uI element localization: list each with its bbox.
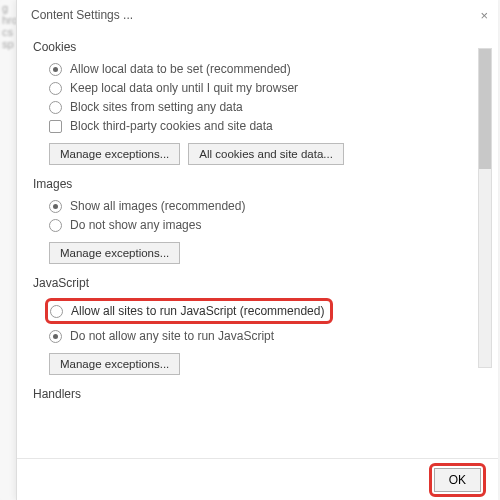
javascript-manage-exceptions-button[interactable]: Manage exceptions... (49, 353, 180, 375)
images-manage-exceptions-button[interactable]: Manage exceptions... (49, 242, 180, 264)
radio-icon (50, 305, 63, 318)
cookies-allow-local-radio[interactable]: Allow local data to be set (recommended) (49, 62, 468, 76)
cookies-block-all-label: Block sites from setting any data (70, 100, 243, 114)
cookies-button-row: Manage exceptions... All cookies and sit… (49, 143, 468, 165)
javascript-allow-all-radio[interactable]: Allow all sites to run JavaScript (recom… (45, 298, 333, 324)
dialog-footer: OK (17, 458, 498, 500)
radio-icon (49, 200, 62, 213)
cookies-keep-until-quit-radio[interactable]: Keep local data only until I quit my bro… (49, 81, 468, 95)
content-settings-dialog: Content Settings ... × Cookies Allow loc… (16, 0, 498, 500)
cookies-block-all-radio[interactable]: Block sites from setting any data (49, 100, 468, 114)
javascript-allow-all-label: Allow all sites to run JavaScript (recom… (71, 304, 324, 318)
radio-icon (49, 219, 62, 232)
section-images-heading: Images (33, 177, 468, 191)
images-button-row: Manage exceptions... (49, 242, 468, 264)
images-show-all-label: Show all images (recommended) (70, 199, 245, 213)
scrollbar[interactable] (478, 48, 492, 368)
cookies-block-third-party-label: Block third-party cookies and site data (70, 119, 273, 133)
scrollbar-thumb[interactable] (479, 49, 491, 169)
radio-icon (49, 330, 62, 343)
radio-icon (49, 101, 62, 114)
javascript-block-all-label: Do not allow any site to run JavaScript (70, 329, 274, 343)
cookies-all-cookies-button[interactable]: All cookies and site data... (188, 143, 344, 165)
dialog-body: Cookies Allow local data to be set (reco… (17, 28, 498, 458)
section-javascript-heading: JavaScript (33, 276, 468, 290)
images-do-not-show-radio[interactable]: Do not show any images (49, 218, 468, 232)
javascript-button-row: Manage exceptions... (49, 353, 468, 375)
cookies-keep-until-quit-label: Keep local data only until I quit my bro… (70, 81, 298, 95)
section-cookies-heading: Cookies (33, 40, 468, 54)
ok-button[interactable]: OK (434, 468, 481, 492)
images-do-not-show-label: Do not show any images (70, 218, 201, 232)
ok-highlight: OK (429, 463, 486, 497)
settings-content: Cookies Allow local data to be set (reco… (33, 28, 472, 458)
radio-icon (49, 82, 62, 95)
close-icon[interactable]: × (480, 8, 488, 23)
dialog-title: Content Settings ... (31, 8, 133, 22)
javascript-block-all-radio[interactable]: Do not allow any site to run JavaScript (49, 329, 468, 343)
images-show-all-radio[interactable]: Show all images (recommended) (49, 199, 468, 213)
checkbox-icon (49, 120, 62, 133)
cookies-manage-exceptions-button[interactable]: Manage exceptions... (49, 143, 180, 165)
dialog-titlebar: Content Settings ... × (17, 0, 498, 28)
radio-icon (49, 63, 62, 76)
section-handlers-heading: Handlers (33, 387, 468, 401)
cookies-allow-local-label: Allow local data to be set (recommended) (70, 62, 291, 76)
cookies-block-third-party-checkbox[interactable]: Block third-party cookies and site data (49, 119, 468, 133)
